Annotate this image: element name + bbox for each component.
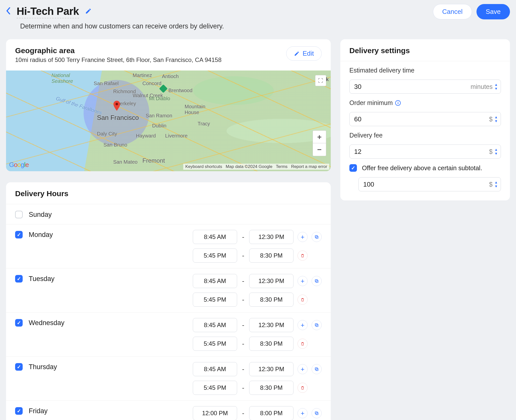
svg-rect-1 (316, 236, 318, 238)
time-slot: 8:45 AM-12:30 PM+ (193, 230, 322, 244)
order-min-input[interactable]: 60 $ ▴▾ (349, 112, 501, 126)
svg-rect-8 (315, 368, 317, 370)
copy-slot-button[interactable] (312, 232, 322, 242)
settings-title: Delivery settings (340, 39, 510, 61)
free-delivery-label: Offer free delivery above a certain subt… (362, 164, 482, 172)
save-button[interactable]: Save (476, 4, 510, 19)
time-to-input[interactable]: 12:30 PM (249, 318, 293, 332)
day-name: Friday (29, 406, 94, 415)
time-from-input[interactable]: 5:45 PM (193, 293, 237, 307)
time-from-input[interactable]: 5:45 PM (193, 337, 237, 351)
day-row: Friday12:00 PM-8:00 PM+ (6, 400, 331, 420)
est-time-stepper[interactable]: ▴▾ (495, 83, 497, 90)
map-attr-shortcuts[interactable]: Keyboard shortcuts (185, 164, 222, 169)
edit-title-button[interactable] (85, 8, 92, 16)
order-min-stepper[interactable]: ▴▾ (495, 116, 497, 122)
time-to-input[interactable]: 12:30 PM (249, 362, 293, 376)
svg-point-0 (116, 103, 118, 105)
free-delivery-threshold-input[interactable]: 100 $ ▴▾ (358, 177, 501, 191)
edit-area-label: Edit (303, 50, 314, 57)
map-label-bruno: San Bruno (103, 142, 127, 148)
currency-symbol: $ (489, 116, 493, 123)
add-slot-button[interactable]: + (298, 320, 308, 330)
day-checkbox[interactable] (15, 407, 23, 415)
map-label-martinez: Martinez (133, 73, 152, 78)
map-attr-report[interactable]: Report a map error (291, 164, 327, 169)
delivery-fee-input[interactable]: 12 $ ▴▾ (349, 145, 501, 159)
back-button[interactable] (6, 7, 11, 16)
time-from-input[interactable]: 5:45 PM (193, 249, 237, 263)
copy-slot-button[interactable] (312, 276, 322, 286)
add-slot-button[interactable]: + (298, 276, 308, 286)
time-separator: - (241, 296, 245, 304)
edit-area-button[interactable]: Edit (286, 46, 322, 61)
map-fullscreen-button[interactable]: ⛶ (315, 75, 326, 86)
time-from-input[interactable]: 5:45 PM (193, 381, 237, 395)
delete-slot-button[interactable] (298, 339, 308, 349)
day-row: Sunday (6, 204, 331, 224)
map-pin-icon (113, 101, 120, 111)
time-to-input[interactable]: 8:30 PM (249, 381, 293, 395)
svg-rect-5 (316, 324, 318, 327)
time-to-input[interactable]: 12:30 PM (249, 230, 293, 244)
copy-slot-button[interactable] (312, 408, 322, 418)
delete-slot-button[interactable] (298, 383, 308, 393)
svg-rect-9 (316, 412, 318, 415)
order-min-value: 60 (354, 115, 487, 123)
map-attr-terms[interactable]: Terms (276, 164, 287, 169)
map-attr-data: Map data ©2024 Google (226, 164, 273, 169)
delete-slot-button[interactable] (298, 295, 308, 305)
delivery-fee-stepper[interactable]: ▴▾ (495, 148, 497, 155)
est-time-label: Estimated delivery time (349, 67, 501, 74)
day-checkbox[interactable] (15, 319, 23, 327)
info-icon[interactable]: i (395, 100, 401, 106)
time-to-input[interactable]: 8:30 PM (249, 249, 293, 263)
time-from-input[interactable]: 8:45 AM (193, 362, 237, 376)
time-separator: - (241, 321, 245, 329)
day-checkbox[interactable] (15, 211, 23, 218)
add-slot-button[interactable]: + (298, 364, 308, 374)
time-to-input[interactable]: 8:30 PM (249, 293, 293, 307)
add-slot-button[interactable]: + (298, 232, 308, 242)
map-label-seashore: National Seashore (52, 73, 73, 84)
copy-slot-button[interactable] (312, 320, 322, 330)
cancel-button[interactable]: Cancel (433, 4, 472, 19)
est-time-input[interactable]: 30 minutes ▴▾ (349, 80, 501, 94)
time-to-input[interactable]: 8:00 PM (249, 406, 293, 420)
map-label-livermore: Livermore (165, 133, 188, 139)
time-from-input[interactable]: 8:45 AM (193, 274, 237, 288)
time-from-input[interactable]: 8:45 AM (193, 318, 237, 332)
day-row: Thursday8:45 AM-12:30 PM+5:45 PM-8:30 PM (6, 356, 331, 400)
time-separator: - (241, 233, 245, 241)
time-separator: - (241, 252, 245, 260)
map-label-gulf: Gulf of the Farallones (55, 95, 103, 116)
delivery-fee-value: 12 (354, 148, 487, 156)
map-zoom-out[interactable]: − (313, 143, 326, 156)
threshold-stepper[interactable]: ▴▾ (495, 181, 497, 187)
add-slot-button[interactable]: + (298, 408, 308, 418)
time-from-input[interactable]: 8:45 AM (193, 230, 237, 244)
time-slot: 5:45 PM-8:30 PM (193, 381, 322, 395)
map-zoom-in[interactable]: + (313, 131, 326, 143)
day-checkbox[interactable] (15, 231, 23, 238)
day-name: Tuesday (29, 274, 94, 283)
currency-symbol: $ (489, 148, 493, 155)
time-to-input[interactable]: 8:30 PM (249, 337, 293, 351)
time-separator: - (241, 365, 245, 373)
delete-slot-button[interactable] (298, 251, 308, 261)
map[interactable]: San Francisco National Seashore Gulf of … (6, 71, 331, 171)
copy-slot-button[interactable] (312, 364, 322, 374)
geo-subtitle: 10mi radius of 500 Terry Francine Street… (15, 56, 222, 63)
time-to-input[interactable]: 12:30 PM (249, 274, 293, 288)
svg-rect-2 (315, 235, 317, 238)
map-label-hayward: Hayward (136, 133, 156, 139)
time-from-input[interactable]: 12:00 PM (193, 406, 237, 420)
time-slot: 5:45 PM-8:30 PM (193, 249, 322, 263)
day-checkbox[interactable] (15, 363, 23, 371)
time-separator: - (241, 277, 245, 285)
geo-title: Geographic area (15, 46, 222, 55)
free-delivery-checkbox[interactable] (349, 164, 357, 172)
day-checkbox[interactable] (15, 275, 23, 283)
day-name: Sunday (29, 210, 94, 219)
map-label-fremont: Fremont (142, 157, 165, 164)
